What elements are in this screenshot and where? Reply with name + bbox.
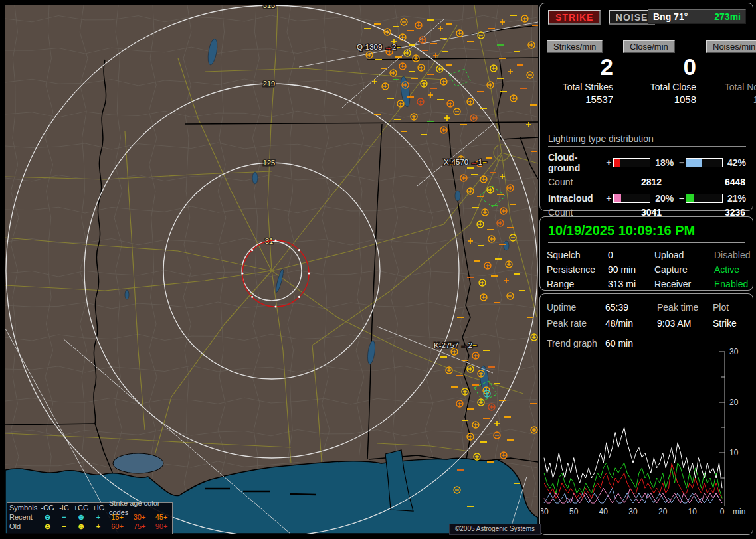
- stats-grid: Uptime 65:39 Peak time Plot Peak rate 48…: [547, 302, 745, 329]
- ic-pos-pct: 20%: [650, 193, 678, 204]
- rate-counters: Strikes/min 2 Total Strikes 15537 Close/…: [547, 40, 747, 105]
- legend-col-+ic: +IC: [90, 503, 106, 512]
- total-strikes-value: 15537: [547, 94, 613, 105]
- cloud-ground-counts: Count 2812 6448: [548, 177, 746, 187]
- counters-panel: STRIKE NOISE Bng 71° 273mi Strikes/min 2…: [539, 3, 753, 211]
- total-strikes-label: Total Strikes: [547, 82, 613, 92]
- ic-neg-bar: [686, 194, 723, 203]
- distribution-title: Lightning type distribution: [548, 133, 746, 147]
- cg-pos-pct: 18%: [650, 157, 678, 168]
- svg-text:min: min: [733, 507, 745, 516]
- cg-pos-count: 2812: [641, 177, 705, 187]
- capture-label: Capture: [654, 264, 714, 275]
- svg-text:50: 50: [569, 507, 579, 516]
- noises-counter: Noises/min 0 Total Noises 1065: [706, 40, 756, 105]
- minus-sign: −: [678, 157, 686, 168]
- app-window: 31125219313 Q-1309 →2−X-4570 →1−K-2757 →…: [0, 0, 756, 539]
- strikes-per-min-chip: Strikes/min: [547, 40, 603, 53]
- svg-text:30: 30: [628, 507, 638, 516]
- cg-neg-pct: 42%: [723, 157, 746, 168]
- upload-label: Upload: [654, 250, 714, 260]
- svg-text:40: 40: [599, 507, 609, 516]
- svg-text:20: 20: [658, 507, 668, 516]
- svg-text:Q-1309 →2−: Q-1309 →2−: [357, 43, 401, 51]
- plus-sign: +: [605, 193, 614, 204]
- legend-col--ic: -IC: [56, 503, 72, 512]
- status-panel: 10/19/2025 10:09:16 PM Squelch 0 Upload …: [539, 216, 753, 291]
- age-code-90: 90+: [151, 522, 172, 531]
- peak-rate-value: 48/min: [605, 318, 657, 329]
- svg-text:125: 125: [263, 159, 275, 167]
- plus-sign: +: [605, 157, 614, 168]
- cg-neg-old-icon: ⊖: [39, 522, 56, 531]
- stats-trend-panel: Uptime 65:39 Peak time Plot Peak rate 48…: [539, 293, 753, 535]
- age-code-30: 30+: [128, 512, 151, 522]
- svg-text:219: 219: [263, 80, 275, 88]
- total-close-label: Total Close: [623, 82, 696, 92]
- datetime-display: 10/19/2025 10:09:16 PM: [548, 223, 745, 243]
- cg-pos-old-icon: ⊕: [72, 522, 90, 531]
- cg-pos-recent-icon: ⊕: [72, 512, 90, 522]
- range-label: Range: [547, 279, 608, 289]
- squelch-label: Squelch: [547, 250, 608, 260]
- close-per-min-chip: Close/min: [623, 40, 675, 53]
- close-per-min-value: 0: [623, 54, 696, 80]
- map-legend: Symbols -CG -IC +CG +IC Strike age color…: [7, 502, 173, 534]
- age-code-60: 60+: [106, 522, 128, 531]
- age-code-15: 15+: [106, 512, 128, 522]
- age-code-75: 75+: [128, 522, 151, 531]
- ic-pos-recent-icon: +: [90, 512, 106, 522]
- svg-text:30: 30: [729, 347, 739, 356]
- svg-text:10: 10: [729, 448, 739, 457]
- total-noises-label: Total Noises: [706, 82, 756, 92]
- ic-neg-pct: 21%: [723, 193, 746, 204]
- upload-status: Disabled: [714, 250, 750, 260]
- uptime-label: Uptime: [547, 302, 605, 313]
- minus-sign: −: [678, 193, 686, 204]
- svg-text:60: 60: [541, 507, 549, 516]
- total-close-value: 1058: [623, 94, 696, 105]
- intracloud-label: Intracloud: [548, 193, 605, 204]
- count-label: Count: [548, 177, 614, 187]
- cloud-ground-row: Cloud-ground + 18% − 42%: [548, 152, 746, 173]
- noises-per-min-value: 0: [706, 54, 756, 80]
- receiver-label: Receiver: [654, 279, 714, 289]
- close-counter: Close/min 0 Total Close 1058: [623, 40, 696, 105]
- peak-rate-label: Peak rate: [547, 318, 605, 329]
- persistence-value: 90 min: [608, 264, 654, 275]
- copyright-notice: ©2005 Astrogenic Systems: [449, 524, 541, 535]
- cg-neg-count: 6448: [725, 177, 745, 187]
- plot-mode-value: Strike: [713, 318, 745, 329]
- svg-text:X-4570 →1−: X-4570 →1−: [444, 158, 487, 166]
- strike-button[interactable]: STRIKE: [548, 10, 601, 25]
- ic-neg-old-icon: −: [56, 522, 72, 531]
- bearing-distance: 273mi: [714, 11, 741, 22]
- bearing-label: Bng 71°: [653, 11, 688, 22]
- cg-neg-bar: [686, 158, 723, 167]
- peak-time-label: Peak time: [657, 302, 713, 313]
- svg-text:K-2757 →2−: K-2757 →2−: [434, 341, 477, 349]
- receiver-status: Enabled: [714, 279, 750, 289]
- ic-pos-old-icon: +: [90, 522, 106, 531]
- age-code-45: 45+: [151, 512, 172, 522]
- legend-symbols-label: Symbols: [9, 503, 39, 512]
- uptime-value: 65:39: [605, 302, 657, 313]
- squelch-value: 0: [608, 250, 654, 260]
- map-canvas[interactable]: 31125219313 Q-1309 →2−X-4570 →1−K-2757 →…: [5, 5, 538, 534]
- legend-col--cg: -CG: [39, 503, 56, 512]
- peak-time-value: 9:03 AM: [657, 318, 713, 329]
- cloud-ground-label: Cloud-ground: [548, 152, 605, 173]
- capture-status: Active: [714, 264, 750, 275]
- total-noises-value: 1065: [706, 94, 756, 105]
- ic-pos-bar: [613, 194, 650, 203]
- cg-pos-bar: [613, 158, 650, 167]
- plot-label: Plot: [713, 302, 745, 313]
- legend-col-+cg: +CG: [72, 503, 90, 512]
- legend-row-old-label: Old: [9, 522, 39, 531]
- cg-neg-recent-icon: ⊖: [39, 512, 56, 522]
- svg-text:313: 313: [263, 5, 275, 9]
- noises-per-min-chip: Noises/min: [706, 40, 756, 53]
- status-grid: Squelch 0 Upload Disabled Persistence 90…: [547, 250, 745, 289]
- range-value: 313 mi: [608, 279, 654, 289]
- bearing-readout: Bng 71° 273mi: [648, 9, 746, 24]
